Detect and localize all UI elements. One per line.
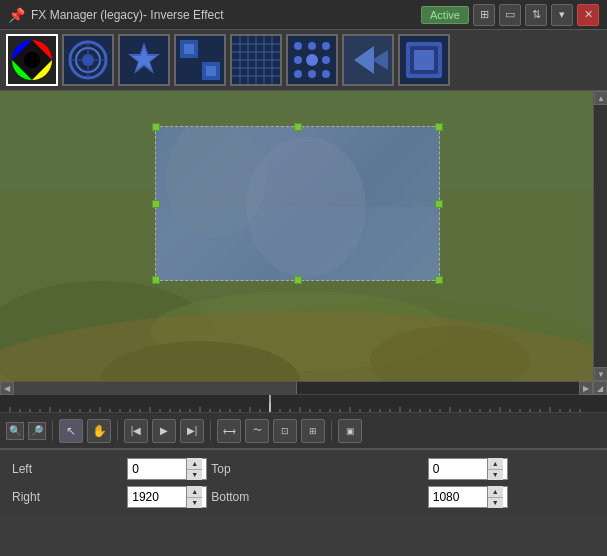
- window-button[interactable]: ▭: [499, 4, 521, 26]
- right-label: Right: [12, 490, 123, 504]
- zoom-in-button[interactable]: 🔎: [28, 422, 46, 440]
- svg-point-34: [306, 54, 318, 66]
- top-label: Top: [211, 462, 332, 476]
- effects-row: [0, 30, 607, 91]
- svg-point-36: [294, 70, 302, 78]
- inverse-svg: [156, 127, 439, 280]
- effect-thumb-5[interactable]: [286, 34, 338, 86]
- multicam2-button[interactable]: ⊞: [301, 419, 325, 443]
- handle-bottom-middle[interactable]: [294, 276, 302, 284]
- grid-view-button[interactable]: ⊞: [473, 4, 495, 26]
- handle-bottom-left[interactable]: [152, 276, 160, 284]
- scroll-corner: ◢: [593, 381, 607, 395]
- scroll-right-button[interactable]: ▶: [579, 381, 593, 395]
- top-input[interactable]: [429, 459, 487, 479]
- separator-2: [117, 421, 118, 441]
- bottom-label: Bottom: [211, 490, 332, 504]
- effect-thumb-1[interactable]: [62, 34, 114, 86]
- right-down-button[interactable]: ▼: [187, 498, 202, 509]
- settings-button[interactable]: ⇅: [525, 4, 547, 26]
- hand-tool-button[interactable]: ✋: [87, 419, 111, 443]
- right-input-wrap[interactable]: ▲ ▼: [127, 486, 207, 508]
- multicam-button[interactable]: ⊡: [273, 419, 297, 443]
- svg-rect-16: [184, 44, 194, 54]
- handle-top-middle[interactable]: [294, 123, 302, 131]
- bottom-spinner[interactable]: ▲ ▼: [487, 486, 503, 508]
- scroll-track-v: [594, 105, 607, 367]
- handle-top-left[interactable]: [152, 123, 160, 131]
- scroll-track-h: [14, 382, 579, 394]
- cursor-tool-button[interactable]: ↖: [59, 419, 83, 443]
- handle-middle-right[interactable]: [435, 200, 443, 208]
- title-bar-right: Active ⊞ ▭ ⇅ ▾ ✕: [421, 4, 599, 26]
- horizontal-scrollbar[interactable]: ◀ ▶ ◢: [0, 381, 607, 395]
- effect-thumb-2[interactable]: [118, 34, 170, 86]
- svg-point-38: [322, 70, 330, 78]
- effect-thumb-6[interactable]: [342, 34, 394, 86]
- active-badge: Active: [421, 6, 469, 24]
- vertical-scrollbar[interactable]: ▲ ▼: [593, 91, 607, 381]
- left-down-button[interactable]: ▼: [187, 470, 202, 481]
- overlay-button[interactable]: ▣: [338, 419, 362, 443]
- separator-4: [331, 421, 332, 441]
- bottom-input[interactable]: [429, 487, 487, 507]
- svg-rect-58: [0, 395, 593, 413]
- top-input-wrap[interactable]: ▲ ▼: [428, 458, 508, 480]
- scroll-down-button[interactable]: ▼: [594, 367, 607, 381]
- title-bar-left: 📌 FX Manager (legacy)- Inverse Effect: [8, 7, 224, 23]
- right-spinner[interactable]: ▲ ▼: [186, 486, 202, 508]
- scroll-left-button[interactable]: ◀: [0, 381, 14, 395]
- svg-point-32: [322, 42, 330, 50]
- pin-icon[interactable]: 📌: [8, 7, 25, 23]
- svg-point-35: [322, 56, 330, 64]
- svg-point-31: [308, 42, 316, 50]
- handle-bottom-right[interactable]: [435, 276, 443, 284]
- svg-rect-57: [156, 207, 439, 280]
- svg-point-37: [308, 70, 316, 78]
- skip-end-button[interactable]: ▶|: [180, 419, 204, 443]
- svg-point-33: [294, 56, 302, 64]
- effect-thumb-4[interactable]: [230, 34, 282, 86]
- selection-box[interactable]: [155, 126, 440, 281]
- svg-rect-13: [202, 40, 220, 58]
- handle-top-right[interactable]: [435, 123, 443, 131]
- svg-rect-14: [180, 62, 198, 80]
- left-up-button[interactable]: ▲: [187, 458, 202, 470]
- ruler: [0, 395, 607, 413]
- scroll-up-button[interactable]: ▲: [594, 91, 607, 105]
- transport-bar: 🔍 🔎 ↖ ✋ |◀ ▶ ▶| ⟷ 〜 ⊡ ⊞ ▣: [0, 413, 607, 449]
- params-panel: Left ▲ ▼ Top ▲ ▼ Right ▲ ▼ Bottom ▲ ▼: [0, 449, 607, 516]
- canvas-area: ▲ ▼: [0, 91, 607, 381]
- top-down-button[interactable]: ▼: [488, 470, 503, 481]
- left-label: Left: [12, 462, 123, 476]
- scroll-thumb-h[interactable]: [14, 382, 297, 394]
- top-up-button[interactable]: ▲: [488, 458, 503, 470]
- svg-point-1: [24, 52, 40, 68]
- top-spinner[interactable]: ▲ ▼: [487, 458, 503, 480]
- separator-3: [210, 421, 211, 441]
- skip-start-button[interactable]: |◀: [124, 419, 148, 443]
- bottom-up-button[interactable]: ▲: [488, 486, 503, 498]
- left-input-wrap[interactable]: ▲ ▼: [127, 458, 207, 480]
- left-input[interactable]: [128, 459, 186, 479]
- close-button[interactable]: ✕: [577, 4, 599, 26]
- bottom-input-wrap[interactable]: ▲ ▼: [428, 486, 508, 508]
- right-input[interactable]: [128, 487, 186, 507]
- in-out-button[interactable]: ⟷: [217, 419, 241, 443]
- effect-thumb-7[interactable]: [398, 34, 450, 86]
- ripple-button[interactable]: 〜: [245, 419, 269, 443]
- handle-middle-left[interactable]: [152, 200, 160, 208]
- svg-rect-45: [414, 50, 434, 70]
- zoom-out-button[interactable]: 🔍: [6, 422, 24, 440]
- bottom-down-button[interactable]: ▼: [488, 498, 503, 509]
- play-button[interactable]: ▶: [152, 419, 176, 443]
- inverse-effect-content: [156, 127, 439, 280]
- menu-button[interactable]: ▾: [551, 4, 573, 26]
- effect-thumb-0[interactable]: [6, 34, 58, 86]
- separator-1: [52, 421, 53, 441]
- right-up-button[interactable]: ▲: [187, 486, 202, 498]
- svg-rect-17: [206, 66, 216, 76]
- ruler-svg: [0, 395, 593, 413]
- effect-thumb-3[interactable]: [174, 34, 226, 86]
- left-spinner[interactable]: ▲ ▼: [186, 458, 202, 480]
